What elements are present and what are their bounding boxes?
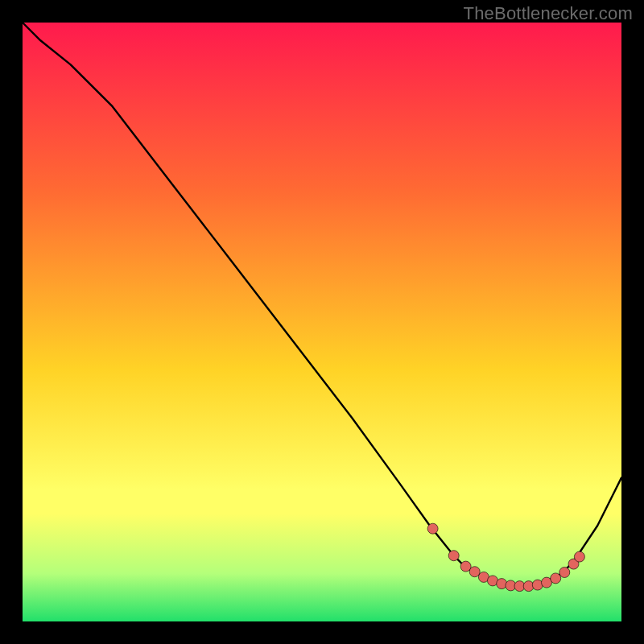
chart-frame: TheBottlenecker.com [0, 0, 644, 644]
bottleneck-chart [0, 0, 644, 644]
marker-point [460, 561, 471, 572]
marker-point [469, 567, 480, 577]
watermark-text: TheBottlenecker.com [464, 3, 633, 24]
marker-point [448, 551, 459, 561]
marker-point [574, 551, 584, 562]
marker-point [559, 568, 570, 578]
marker-point [532, 580, 543, 590]
marker-point [551, 573, 561, 584]
marker-point [497, 579, 507, 589]
marker-point [427, 523, 438, 534]
plot-background [23, 23, 621, 621]
